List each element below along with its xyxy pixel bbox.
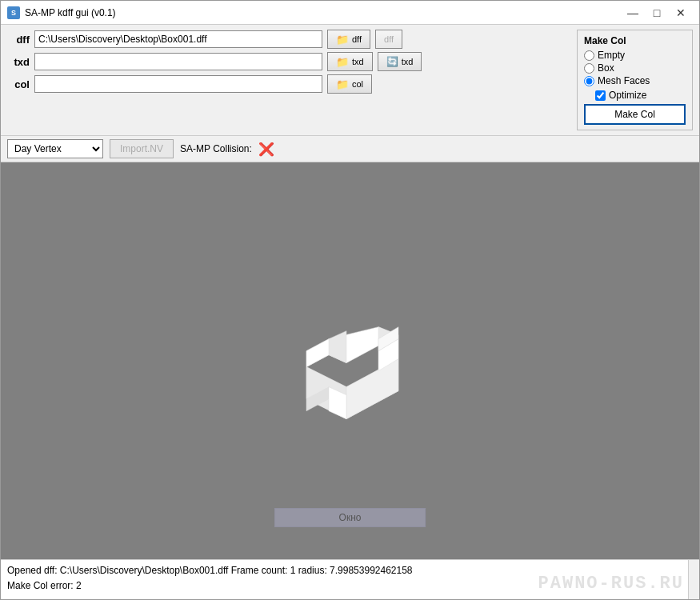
- txd-label: txd: [7, 56, 30, 68]
- top-panel-inner: dff 📁 dff dff txd: [7, 30, 693, 130]
- app-icon: S: [7, 6, 20, 19]
- optimize-checkbox-label[interactable]: Optimize: [595, 90, 686, 101]
- status-line-1: Opened dff: C:\Users\Discovery\Desktop\B…: [7, 563, 693, 578]
- dff-input[interactable]: [34, 30, 322, 48]
- make-col-panel: Make Col Empty Box Mesh Faces: [577, 30, 693, 130]
- folder-icon: 📁: [336, 34, 349, 46]
- dff-row: dff 📁 dff dff: [7, 30, 570, 49]
- top-panel: dff 📁 dff dff txd: [1, 25, 699, 136]
- content-area: dff 📁 dff dff txd: [1, 25, 699, 599]
- optimize-checkbox[interactable]: [595, 90, 606, 101]
- radio-box-input[interactable]: [584, 63, 594, 74]
- status-line-2: Make Col error: 2: [7, 578, 693, 594]
- toolbar-row: Day Vertex Night Vertex Import.NV SA-MP …: [1, 136, 699, 162]
- main-window: S SA-MP kdff gui (v0.1) — □ ✕ dff 📁: [0, 0, 700, 600]
- window-controls: — □ ✕: [621, 2, 693, 24]
- viewport[interactable]: Окно: [1, 162, 699, 559]
- col-browse-button[interactable]: 📁 col: [327, 74, 372, 94]
- txd-refresh-button[interactable]: 🔄 txd: [378, 52, 422, 71]
- radio-mesh-faces-input[interactable]: [584, 76, 594, 86]
- radio-mesh-faces[interactable]: Mesh Faces: [584, 75, 686, 86]
- make-col-title: Make Col: [584, 35, 686, 46]
- make-col-button[interactable]: Make Col: [584, 104, 686, 125]
- title-bar: S SA-MP kdff gui (v0.1) — □ ✕: [1, 1, 699, 25]
- col-row: col 📁 col: [7, 74, 570, 94]
- 3d-object: [266, 295, 434, 442]
- viewport-overlay-button[interactable]: Окно: [274, 508, 426, 527]
- dff-browse-button[interactable]: 📁 dff: [327, 30, 370, 49]
- fields-area: dff 📁 dff dff txd: [7, 30, 570, 94]
- radio-group: Empty Box Mesh Faces: [584, 50, 686, 86]
- vertex-dropdown[interactable]: Day Vertex Night Vertex: [7, 139, 103, 158]
- collision-status-icon: ❌: [258, 142, 274, 157]
- status-bar: Opened dff: C:\Users\Discovery\Desktop\B…: [1, 559, 699, 599]
- radio-box[interactable]: Box: [584, 62, 686, 74]
- folder-icon-col: 📁: [336, 78, 349, 90]
- refresh-icon: 🔄: [386, 56, 398, 67]
- window-title: SA-MP kdff gui (v0.1): [25, 7, 621, 18]
- col-input[interactable]: [34, 75, 322, 93]
- status-scrollbar[interactable]: [688, 560, 699, 599]
- maximize-button[interactable]: □: [645, 2, 669, 24]
- col-label: col: [7, 78, 30, 90]
- svg-marker-6: [329, 331, 346, 363]
- txd-input[interactable]: [34, 53, 322, 70]
- txd-browse-button[interactable]: 📁 txd: [327, 52, 373, 71]
- minimize-button[interactable]: —: [621, 2, 645, 24]
- svg-marker-2: [346, 359, 398, 419]
- txd-row: txd 📁 txd 🔄 txd: [7, 52, 570, 71]
- dff-action-button[interactable]: dff: [375, 30, 402, 49]
- dff-label: dff: [7, 34, 30, 46]
- import-nv-button[interactable]: Import.NV: [110, 139, 174, 158]
- folder-icon-txd: 📁: [336, 56, 349, 68]
- radio-empty[interactable]: Empty: [584, 50, 686, 61]
- collision-label: SA-MP Collision:: [180, 143, 252, 154]
- radio-empty-input[interactable]: [584, 50, 594, 61]
- close-button[interactable]: ✕: [669, 2, 693, 24]
